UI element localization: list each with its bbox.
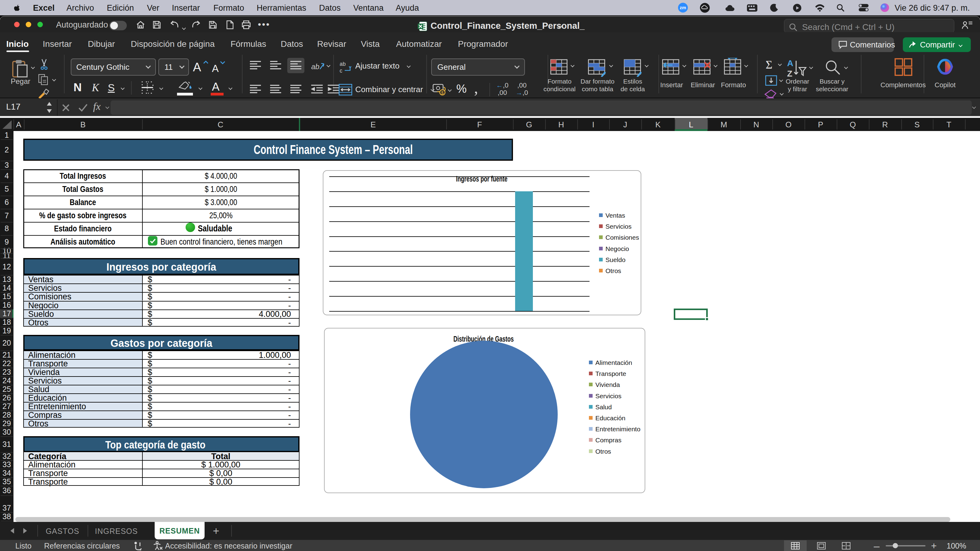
svg-text:Z: Z [787, 68, 792, 78]
svg-text:ab: ab [340, 61, 346, 67]
svg-text:c: c [340, 68, 342, 74]
svg-text:$: $ [441, 90, 444, 95]
svg-text:A: A [787, 59, 793, 68]
svg-text:ab: ab [311, 62, 320, 71]
